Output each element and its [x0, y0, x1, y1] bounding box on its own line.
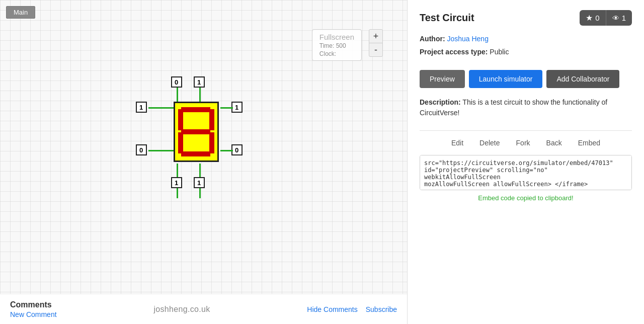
- stats-badge: ★ 0 👁 1: [580, 10, 632, 26]
- main-tab[interactable]: Main: [6, 6, 35, 19]
- wire-vbot-left-v: [177, 188, 178, 198]
- launch-button[interactable]: Launch simulator: [469, 70, 543, 88]
- access-label: Project access type:: [420, 48, 488, 56]
- edit-link[interactable]: Edit: [451, 139, 463, 147]
- eye-icon: 👁: [612, 14, 619, 22]
- wire-right-bot-h: [220, 150, 233, 151]
- comments-section: Comments New Comment: [10, 300, 57, 318]
- stars-stat: ★ 0: [580, 10, 606, 26]
- views-count: 1: [622, 14, 626, 22]
- pin-left-bottom: 0: [136, 144, 147, 155]
- seven-segment-display: [174, 102, 219, 162]
- action-buttons: Preview Launch simulator Add Collaborato…: [420, 70, 632, 88]
- zoom-in-button[interactable]: +: [369, 29, 383, 43]
- zoom-controls: + -: [369, 29, 383, 57]
- add-collaborator-button[interactable]: Add Collaborator: [546, 70, 619, 88]
- bottom-bar: Comments New Comment joshheng.co.uk Hide…: [0, 294, 407, 324]
- pin-top-right: 1: [194, 76, 205, 88]
- back-link[interactable]: Back: [546, 139, 562, 147]
- description-label: Description:: [420, 98, 461, 106]
- right-panel: Test Circuit ★ 0 👁 1 Author: Joshua Heng…: [408, 0, 644, 324]
- fork-link[interactable]: Fork: [516, 139, 530, 147]
- delete-link[interactable]: Delete: [479, 139, 500, 147]
- subscribe-link[interactable]: Subscribe: [366, 305, 397, 313]
- new-comment-link[interactable]: New Comment: [10, 310, 57, 318]
- author-label: Author:: [420, 35, 445, 43]
- embed-copied-notice: Embed code copied to clipboard!: [420, 194, 632, 202]
- seg-e: [178, 132, 183, 153]
- clock-info: Clock:: [319, 50, 354, 57]
- embed-textarea[interactable]: [420, 155, 632, 190]
- circuit-diagram: 0 1 1 0 1 0: [153, 76, 254, 217]
- hide-comments-link[interactable]: Hide Comments: [307, 305, 357, 313]
- stars-count: 0: [595, 14, 599, 22]
- seg-c: [209, 132, 214, 153]
- action-links-row: Edit Delete Fork Back Embed: [420, 139, 632, 147]
- access-row: Project access type: Public: [420, 48, 632, 56]
- pin-right-top: 1: [231, 102, 243, 113]
- divider: [420, 130, 632, 131]
- wire-left-bot-h: [148, 150, 175, 151]
- seg-g: [181, 129, 210, 134]
- comments-title: Comments: [10, 300, 57, 309]
- pin-bot-right: 1: [194, 177, 205, 188]
- views-stat: 👁 1: [606, 11, 632, 25]
- seg-a: [181, 107, 210, 112]
- site-name: joshheng.co.uk: [153, 305, 210, 314]
- embed-link[interactable]: Embed: [578, 139, 600, 147]
- wire-bot-left-v: [177, 164, 178, 179]
- wire-vbot-right-v: [199, 188, 201, 198]
- wire-right-top-h: [220, 107, 233, 109]
- star-icon: ★: [586, 13, 593, 23]
- pin-bot-left: 1: [171, 177, 182, 188]
- preview-button[interactable]: Preview: [420, 70, 465, 88]
- pin-top-left: 0: [171, 76, 182, 88]
- fullscreen-overlay: Fullscreen Time: 500 Clock:: [312, 29, 362, 61]
- canvas-panel: Main Fullscreen Time: 500 Clock: + - 0 1…: [0, 0, 408, 324]
- pin-right-bottom: 0: [231, 144, 243, 155]
- wire-bot-right-v: [199, 164, 201, 179]
- fullscreen-label: Fullscreen: [319, 33, 354, 41]
- seg-d: [181, 151, 210, 156]
- author-row: Author: Joshua Heng: [420, 35, 632, 43]
- zoom-out-button[interactable]: -: [369, 43, 383, 57]
- access-value: Public: [490, 48, 509, 56]
- wire-left-top-h: [148, 107, 175, 109]
- author-link[interactable]: Joshua Heng: [447, 35, 489, 43]
- description-row: Description: This is a test circuit to s…: [420, 97, 632, 118]
- seg-f: [178, 109, 183, 130]
- project-title: Test Circuit: [420, 12, 474, 24]
- bottom-right-links: Hide Comments Subscribe: [307, 305, 397, 313]
- app-layout: Main Fullscreen Time: 500 Clock: + - 0 1…: [0, 0, 644, 324]
- pin-left-top: 1: [136, 102, 147, 113]
- time-info: Time: 500: [319, 42, 354, 49]
- project-header: Test Circuit ★ 0 👁 1: [420, 10, 632, 26]
- seg-b: [209, 109, 214, 130]
